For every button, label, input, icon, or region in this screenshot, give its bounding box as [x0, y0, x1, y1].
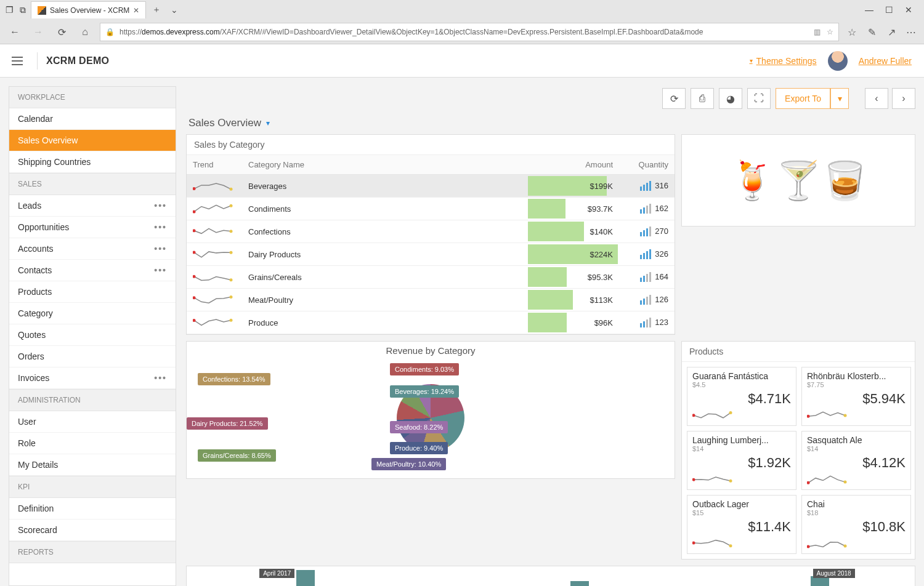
- sidebar-item[interactable]: Products: [9, 281, 176, 303]
- pie-label[interactable]: Meat/Poultry: 10.40%: [371, 458, 446, 470]
- sidebar-item[interactable]: Scorecard: [9, 520, 176, 541]
- pie-label[interactable]: Grains/Cereals: 8.65%: [198, 449, 276, 462]
- prev-page-button[interactable]: ‹: [865, 88, 888, 109]
- reader-icon[interactable]: ▥: [814, 28, 821, 36]
- product-name: Sasquatch Ale: [807, 435, 906, 445]
- product-card[interactable]: Laughing Lumberj... $14 $1.92K: [687, 431, 796, 490]
- refresh-button[interactable]: ⟳: [53, 26, 70, 38]
- sidebar-section: REPORTS: [9, 541, 176, 563]
- sidebar-item-label: User: [18, 417, 36, 427]
- ink-icon[interactable]: ✎: [865, 26, 878, 38]
- product-card[interactable]: Outback Lager $15 $11.4K: [687, 495, 796, 554]
- product-value: $1.92K: [692, 455, 791, 471]
- table-row[interactable]: Grains/Cereals $95.3K 164: [187, 266, 675, 289]
- home-button[interactable]: ⌂: [76, 26, 94, 38]
- product-card[interactable]: Chai $18 $10.8K: [801, 495, 911, 554]
- pie-label[interactable]: Beverages: 19.24%: [390, 385, 459, 398]
- sidebar: WORKPLACECalendarSales OverviewShipping …: [9, 86, 176, 586]
- avatar[interactable]: [828, 51, 848, 71]
- window-close-icon[interactable]: ✕: [903, 4, 914, 15]
- beverages-image-icon: 🍹🍸🥃: [729, 159, 868, 203]
- next-page-button[interactable]: ›: [892, 88, 915, 109]
- table-row[interactable]: Dairy Products $224K 326: [187, 243, 675, 266]
- table-row[interactable]: Confections $140K 270: [187, 220, 675, 243]
- export-to-dropdown[interactable]: ▾: [830, 88, 849, 109]
- sidebar-item[interactable]: Contacts•••: [9, 260, 176, 281]
- svg-point-3: [230, 204, 233, 207]
- sidebar-item[interactable]: Invoices•••: [9, 367, 176, 389]
- sidebar-item[interactable]: Orders: [9, 346, 176, 367]
- col-trend[interactable]: Trend: [187, 155, 242, 175]
- app-header: XCRM DEMO Theme Settings Andrew Fuller: [0, 44, 924, 78]
- product-card[interactable]: Guaraná Fantástica $4.5 $4.71K: [687, 367, 796, 426]
- theme-settings-link[interactable]: Theme Settings: [750, 56, 817, 66]
- product-card[interactable]: Rhönbräu Klosterb... $7.75 $5.94K: [801, 367, 911, 426]
- filter-icon[interactable]: ▾: [266, 119, 270, 127]
- table-row[interactable]: Condiments $93.7K 162: [187, 198, 675, 220]
- parameters-button[interactable]: ◕: [719, 88, 742, 109]
- sidebar-item[interactable]: Shipping Countries: [9, 151, 176, 173]
- sidebar-item-label: Leads: [18, 201, 41, 211]
- sidebar-item-label: Quotes: [18, 330, 46, 340]
- fullscreen-button[interactable]: ⛶: [747, 88, 771, 109]
- browser-tab[interactable]: Sales Overview - XCRM ✕: [31, 1, 146, 18]
- pie-label[interactable]: Produce: 9.40%: [390, 442, 448, 454]
- table-row[interactable]: Meat/Poultry $113K 126: [187, 289, 675, 311]
- sidebar-item[interactable]: Quotes: [9, 324, 176, 346]
- tabstrip: ❐ ⧉ Sales Overview - XCRM ✕ ＋ ⌄ — ☐ ✕: [0, 0, 924, 20]
- window-duplicate-icon[interactable]: ❐: [4, 4, 15, 15]
- window-snap-icon[interactable]: ⧉: [17, 4, 28, 15]
- svg-point-0: [193, 187, 196, 190]
- more-icon[interactable]: ⋯: [904, 26, 918, 38]
- quantity-cell: 270: [619, 220, 675, 243]
- col-name[interactable]: Category Name: [242, 155, 527, 175]
- more-icon[interactable]: •••: [154, 244, 167, 254]
- back-button[interactable]: ←: [6, 26, 23, 38]
- more-icon[interactable]: •••: [154, 222, 167, 232]
- sidebar-item[interactable]: Sales Overview: [9, 130, 176, 151]
- pie-label[interactable]: Condiments: 9.03%: [390, 363, 459, 375]
- user-link[interactable]: Andrew Fuller: [859, 56, 912, 66]
- window-minimize-icon[interactable]: —: [864, 4, 875, 15]
- url-box[interactable]: 🔒 https://demos.devexpress.com/XAF/XCRM/…: [100, 23, 839, 41]
- sidebar-item[interactable]: Category: [9, 303, 176, 324]
- trend-cell: [187, 220, 242, 243]
- sidebar-item[interactable]: Calendar: [9, 108, 176, 130]
- bookmark-star-icon[interactable]: ☆: [827, 28, 833, 36]
- more-icon[interactable]: •••: [154, 201, 167, 211]
- table-row[interactable]: Beverages $199K 316: [187, 175, 675, 198]
- timeline-bar[interactable]: [296, 570, 326, 586]
- table-row[interactable]: Produce $96K 123: [187, 311, 675, 334]
- timeline-bar[interactable]: [570, 581, 601, 586]
- col-amount[interactable]: Amount: [527, 155, 619, 175]
- col-quantity[interactable]: Quantity: [619, 155, 675, 175]
- window-maximize-icon[interactable]: ☐: [883, 4, 894, 15]
- sidebar-item[interactable]: User: [9, 411, 176, 433]
- new-tab-button[interactable]: ＋: [148, 4, 164, 15]
- more-icon[interactable]: •••: [154, 265, 167, 275]
- tab-close-icon[interactable]: ✕: [133, 6, 139, 15]
- product-card[interactable]: Sasquatch Ale $14 $4.12K: [801, 431, 911, 490]
- more-icon[interactable]: •••: [154, 373, 167, 383]
- export-image-button[interactable]: ⎙: [691, 88, 714, 109]
- sidebar-item[interactable]: My Details: [9, 454, 176, 476]
- sidebar-item[interactable]: Leads•••: [9, 195, 176, 217]
- sidebar-item[interactable]: Role: [9, 433, 176, 454]
- category-image-panel: 🍹🍸🥃: [681, 134, 915, 227]
- refresh-dashboard-button[interactable]: ⟳: [662, 88, 686, 109]
- product-price: $14: [692, 445, 791, 452]
- hamburger-button[interactable]: [6, 50, 28, 72]
- sidebar-item[interactable]: Accounts•••: [9, 238, 176, 260]
- sidebar-item[interactable]: Opportunities•••: [9, 217, 176, 238]
- forward-button[interactable]: →: [30, 26, 47, 38]
- favorites-icon[interactable]: ☆: [845, 26, 859, 38]
- export-to-button[interactable]: Export To: [776, 88, 830, 109]
- sidebar-item-label: Products: [18, 287, 52, 297]
- tabs-dropdown-icon[interactable]: ⌄: [167, 5, 182, 15]
- share-icon[interactable]: ↗: [885, 26, 898, 38]
- sidebar-item[interactable]: Definition: [9, 498, 176, 520]
- pie-label[interactable]: Dairy Products: 21.52%: [187, 417, 268, 430]
- pie-label[interactable]: Seafood: 8.22%: [390, 421, 448, 433]
- pie-label[interactable]: Confections: 13.54%: [198, 373, 270, 385]
- sidebar-item-label: Role: [18, 438, 36, 448]
